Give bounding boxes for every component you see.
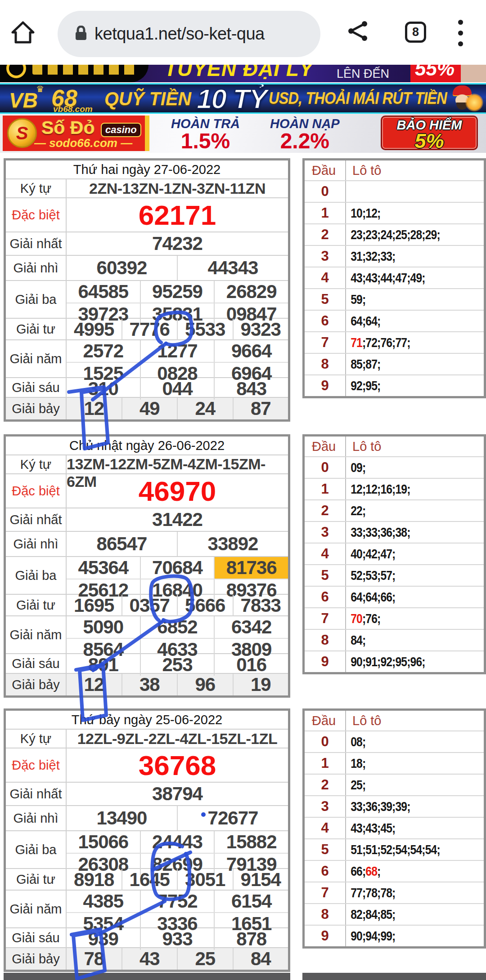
- loto-row: 331; 32; 33;: [305, 245, 484, 267]
- tab-counter[interactable]: 8: [405, 22, 426, 43]
- loto-row: 118;: [305, 752, 484, 774]
- result-date: Thứ bảy ngày 25-06-2022: [6, 711, 288, 729]
- prize-label: Giải bảy: [6, 948, 67, 970]
- loto-digit: 2: [305, 224, 346, 245]
- loto-row: 112; 12; 16; 19;: [305, 478, 484, 499]
- prize-number: 7752: [140, 891, 214, 912]
- loto-row: 333; 33; 36; 38;: [305, 521, 484, 543]
- next-table-edge-right: [302, 973, 486, 980]
- loto-row: 443; 43; 45;: [305, 817, 484, 838]
- prize-row-giai_bay: Giải bảy78432584: [6, 947, 288, 970]
- prize-number: 24443: [140, 831, 214, 853]
- loto-digit: 4: [305, 818, 346, 838]
- loto-numbers: 09;: [346, 457, 463, 478]
- loto-numbers: 90; 91; 92; 95; 96;: [346, 651, 463, 672]
- browser-toolbar: ketqua1.net/so-ket-qua 8: [0, 0, 486, 62]
- prize-number: 4995: [67, 319, 122, 340]
- ad-logo-icon: [6, 65, 26, 78]
- loto-digit: 8: [305, 904, 346, 925]
- menu-icon[interactable]: [458, 20, 464, 52]
- prize-values: 1349072677: [67, 806, 288, 830]
- prize-number: 49: [122, 398, 177, 419]
- sodo-coin-icon: S: [7, 118, 37, 148]
- loto-number-red: 71: [351, 335, 362, 350]
- next-table-edge-left: [4, 973, 290, 980]
- prize-number: 62171: [67, 198, 288, 232]
- loto-numbers: [346, 181, 463, 202]
- prize-values: 4995777655339323: [67, 319, 288, 339]
- loto-row: 110; 12;: [305, 202, 484, 223]
- prize-values: 939933878: [67, 928, 288, 947]
- loto-digit: 6: [305, 861, 346, 882]
- prize-number: 6342: [214, 616, 288, 638]
- share-icon[interactable]: [346, 20, 369, 44]
- prize-row-ky_tu: Ký tự13ZM-12ZM-5ZM-4ZM-15ZM-6ZM: [6, 454, 288, 473]
- loto-row: 777; 78; 78;: [305, 882, 484, 903]
- prize-label: Giải nhì: [6, 806, 67, 830]
- loto-numbers: 31; 32; 33;: [346, 246, 463, 267]
- home-icon[interactable]: [11, 21, 35, 46]
- url-text: ketqua1.net/so-ket-qua: [94, 24, 265, 44]
- prize-number: 5666: [177, 595, 233, 616]
- loto-numbers: 23; 23; 24; 25; 28; 29;: [346, 224, 463, 245]
- loto-digit: 2: [305, 775, 346, 795]
- loto-row: 884;: [305, 629, 484, 650]
- loto-numbers: 12; 12; 16; 19;: [346, 479, 463, 499]
- vb68-brand: VB: [9, 88, 38, 112]
- prize-number: 5090: [67, 616, 140, 638]
- loto-header: ĐầuLô tô: [305, 711, 484, 731]
- loto-row: 990; 94; 99;: [305, 925, 484, 946]
- prize-row-giai_ba: Giải ba645859525926829397233583109847: [6, 280, 288, 318]
- prize-row-giai_nhi: Giải nhì8654733892: [6, 531, 288, 556]
- prize-row-giai_sau: Giải sáu939933878: [6, 927, 288, 947]
- url-bar[interactable]: ketqua1.net/so-ket-qua: [58, 11, 320, 57]
- prize-label: Giải nhất: [6, 783, 67, 805]
- prize-values: 438577526154535433361651: [67, 891, 288, 927]
- sodo-casino-chip: casino: [101, 123, 141, 137]
- loto-table: ĐầuLô tô008; 118; 225; 333; 36; 39; 39; …: [302, 708, 486, 949]
- loto-numbers: 51; 51; 52; 54; 54; 54;: [346, 839, 463, 860]
- loto-digit: 1: [305, 479, 346, 499]
- ad-banner-top-partial[interactable]: TUYỂN ĐẠI LÝ LÊN ĐẾN 55%: [0, 65, 486, 82]
- prize-label: Giải tư: [6, 869, 67, 890]
- result-date: Chủ nhật ngày 26-06-2022: [6, 437, 288, 454]
- ad-banner-sodo66[interactable]: S Số Đỏ casino — sodo66.com — HOÀN TRẢ 1…: [0, 114, 486, 153]
- loto-row: 0: [305, 180, 484, 202]
- loto-numbers: 22;: [346, 500, 463, 521]
- loto-header-dau: Đầu: [305, 437, 346, 456]
- loto-digit: 8: [305, 354, 346, 374]
- prize-number: 45364: [67, 557, 140, 579]
- prize-label: Ký tự: [6, 179, 67, 197]
- prize-number: 253: [140, 654, 214, 676]
- loto-row: 008;: [305, 731, 484, 752]
- loto-numbers: 33; 36; 39; 39;: [346, 796, 463, 817]
- loto-row: 885; 87;: [305, 353, 484, 374]
- prize-values: 8654733892: [67, 532, 288, 556]
- prize-number: 044: [140, 378, 214, 400]
- prize-values: 78432584: [67, 948, 288, 970]
- prize-number: 13490: [67, 806, 177, 830]
- prize-row-giai_tu: Giải tư1695035756667833: [6, 594, 288, 615]
- loto-row: 552; 53; 57;: [305, 564, 484, 586]
- prize-number: 74232: [67, 232, 288, 255]
- sodo-offer-3: BẢO HIỂM 5%: [381, 116, 478, 150]
- prize-values: 36768: [67, 748, 288, 782]
- loto-row: 664; 64; 66;: [305, 586, 484, 607]
- prize-row-giai_nam: Giải năm257212779664152508286964: [6, 339, 288, 377]
- prize-row-giai_nhat: Giải nhất74232: [6, 232, 288, 255]
- ad-banner-vb68[interactable]: ♛ VB 68 vb68.com QUỸ TIỀN 10 TỶ USD, THO…: [0, 83, 486, 114]
- loto-header: ĐầuLô tô: [305, 437, 484, 456]
- prize-label: Giải sáu: [6, 928, 67, 947]
- prize-row-giai_bay: Giải bảy12389619: [6, 673, 288, 695]
- loto-header-dau: Đầu: [305, 711, 346, 731]
- sodo-offer-2: HOÀN NẠP 2.2%: [270, 116, 340, 152]
- prize-number: 4385: [67, 891, 140, 912]
- loto-digit: 5: [305, 565, 346, 586]
- prize-number: 9664: [214, 340, 288, 362]
- loto-header-loto: Lô tô: [346, 437, 484, 456]
- loto-digit: 7: [305, 882, 346, 903]
- prize-label: Giải tư: [6, 595, 67, 615]
- ad-logo-pill: [0, 65, 148, 82]
- prize-number: 6852: [140, 616, 214, 638]
- prize-number: 9154: [233, 869, 288, 891]
